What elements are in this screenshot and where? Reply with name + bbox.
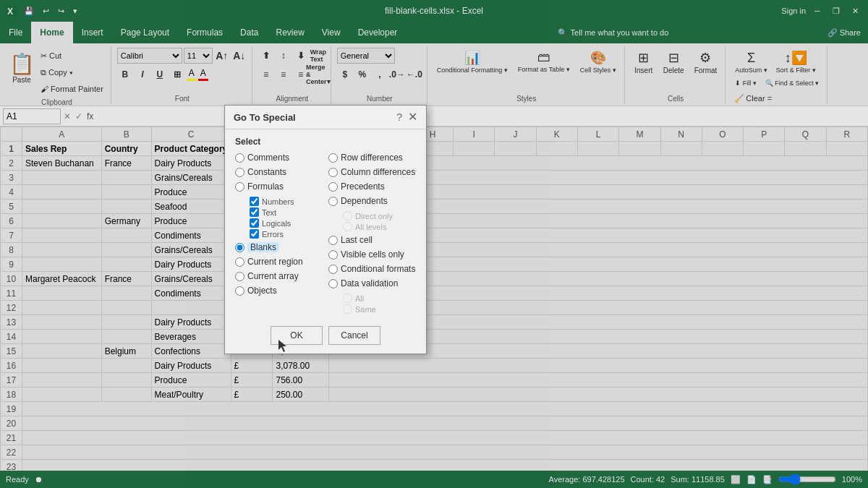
blanks-option[interactable]: Blanks	[235, 241, 323, 254]
errors-checkbox[interactable]: Errors	[250, 228, 323, 239]
cell-c14[interactable]: Beverages	[151, 330, 231, 344]
dialog-help-button[interactable]: ?	[396, 111, 402, 123]
cell-a7[interactable]	[22, 228, 102, 243]
border-button[interactable]: ⊞	[169, 67, 185, 82]
align-center-button[interactable]: ≡	[276, 67, 292, 82]
clear-button[interactable]: 🧹 Clear =	[731, 90, 775, 106]
sort-filter-button[interactable]: ↕🔽 Sort & Filter ▾	[773, 48, 820, 76]
align-top-button[interactable]: ⬆	[258, 48, 274, 64]
tab-home[interactable]: Home	[31, 22, 72, 43]
tab-page-layout[interactable]: Page Layout	[112, 22, 178, 43]
cell-c4[interactable]: Produce	[151, 185, 231, 200]
visible-cells-option[interactable]: Visible cells only	[328, 248, 416, 261]
insert-function-button[interactable]: fx	[87, 111, 93, 121]
format-button[interactable]: ⚙ Format	[691, 48, 721, 77]
format-painter-button[interactable]: 🖌 Format Painter	[38, 81, 106, 97]
col-header-m[interactable]: M	[619, 127, 660, 142]
ok-button[interactable]: OK	[271, 326, 323, 345]
conditional-formats-option[interactable]: Conditional formats	[328, 262, 416, 275]
wrap-text-button[interactable]: Wrap Text	[310, 48, 326, 64]
align-middle-button[interactable]: ↕	[276, 48, 292, 64]
col-header-n[interactable]: N	[660, 127, 702, 142]
row-differences-option[interactable]: Row differences	[328, 151, 416, 164]
col-header-j[interactable]: J	[495, 127, 536, 142]
col-header-p[interactable]: P	[744, 127, 785, 142]
increase-font-button[interactable]: A↑	[214, 48, 230, 64]
cell-b18[interactable]	[101, 388, 151, 402]
cell-b2[interactable]: France	[101, 156, 151, 171]
confirm-formula-button[interactable]: ✓	[75, 111, 82, 121]
percent-button[interactable]: %	[354, 67, 370, 82]
cell-a13[interactable]	[22, 315, 102, 330]
cell-c13[interactable]: Dairy Products	[151, 315, 231, 330]
all-radio[interactable]: All	[343, 293, 416, 304]
cell-a9[interactable]	[22, 257, 102, 272]
cell-b8[interactable]	[101, 243, 151, 257]
increase-decimal-button[interactable]: .0→	[389, 67, 405, 82]
cell-b9[interactable]	[101, 257, 151, 272]
underline-button[interactable]: U	[152, 67, 168, 82]
cell-b14[interactable]	[101, 330, 151, 344]
merge-center-button[interactable]: Merge & Center▾	[310, 67, 326, 82]
cell-a4[interactable]	[22, 185, 102, 200]
cell-j1[interactable]	[495, 142, 536, 156]
decrease-decimal-button[interactable]: ←.0	[407, 67, 422, 82]
cell-c6[interactable]: Produce	[151, 214, 231, 228]
text-checkbox[interactable]: Text	[250, 207, 323, 218]
column-differences-option[interactable]: Column differences	[328, 166, 416, 179]
cell-c15[interactable]: Confections	[151, 344, 231, 359]
col-header-l[interactable]: L	[577, 127, 618, 142]
cell-q1[interactable]	[785, 142, 826, 156]
copy-button[interactable]: ⧉ Copy ▾	[38, 64, 106, 80]
cell-a18[interactable]	[22, 388, 102, 402]
conditional-formatting-button[interactable]: 📊 Conditional Formatting ▾	[433, 48, 511, 76]
cell-a2[interactable]: Steven Buchanan	[22, 156, 102, 171]
tab-insert[interactable]: Insert	[73, 22, 112, 43]
cell-b12[interactable]	[101, 301, 151, 315]
page-layout-view-button[interactable]: 📄	[746, 475, 757, 484]
cell-e18[interactable]: 250.00	[273, 388, 329, 402]
cell-b3[interactable]	[101, 171, 151, 185]
formula-input[interactable]	[96, 108, 865, 124]
insert-button[interactable]: ⊞ Insert	[631, 48, 657, 77]
align-bottom-button[interactable]: ⬇	[293, 48, 309, 64]
col-header-i[interactable]: I	[454, 127, 495, 142]
cell-m1[interactable]	[619, 142, 660, 156]
tab-developer[interactable]: Developer	[349, 22, 407, 43]
dependents-option[interactable]: Dependents	[328, 194, 416, 207]
cell-b10[interactable]: France	[101, 272, 151, 286]
cell-c1[interactable]: Product Category	[151, 142, 231, 156]
cell-d18[interactable]: £	[231, 388, 273, 402]
tab-data[interactable]: Data	[231, 22, 267, 43]
cell-a11[interactable]	[22, 286, 102, 301]
cancel-button[interactable]: Cancel	[328, 326, 380, 345]
cell-c11[interactable]: Condiments	[151, 286, 231, 301]
number-format-select[interactable]: General	[337, 48, 395, 64]
autosum-button[interactable]: Σ AutoSum ▾	[731, 48, 771, 76]
cell-a1[interactable]: Sales Rep	[22, 142, 102, 156]
cell-c3[interactable]: Grains/Cereals	[151, 171, 231, 185]
tab-review[interactable]: Review	[267, 22, 312, 43]
cell-k1[interactable]	[536, 142, 577, 156]
format-table-button[interactable]: 🗃 Format as Table ▾	[514, 48, 574, 75]
comma-button[interactable]: ,	[372, 67, 388, 82]
cell-a17[interactable]	[22, 373, 102, 388]
cell-a6[interactable]	[22, 214, 102, 228]
cell-c17[interactable]: Produce	[151, 373, 231, 388]
cell-b1[interactable]: Country	[101, 142, 151, 156]
col-header-c[interactable]: C	[151, 127, 231, 142]
minimize-button[interactable]: ─	[810, 4, 825, 18]
normal-view-button[interactable]: ⬜	[731, 475, 741, 484]
direct-only-radio[interactable]: Direct only	[343, 210, 416, 221]
cell-b15[interactable]: Belgium	[101, 344, 151, 359]
font-name-select[interactable]: Calibri	[117, 48, 182, 64]
cell-o1[interactable]	[702, 142, 743, 156]
fill-button[interactable]: ⬇ Fill ▾	[731, 77, 760, 89]
cut-button[interactable]: ✂ Cut	[38, 48, 106, 64]
close-button[interactable]: ✕	[848, 4, 862, 18]
precedents-option[interactable]: Precedents	[328, 180, 416, 193]
save-qat-button[interactable]: 💾	[22, 5, 36, 17]
cell-b13[interactable]	[101, 315, 151, 330]
record-macro-icon[interactable]: ⏺	[35, 475, 43, 484]
logicals-checkbox[interactable]: Logicals	[250, 218, 323, 228]
